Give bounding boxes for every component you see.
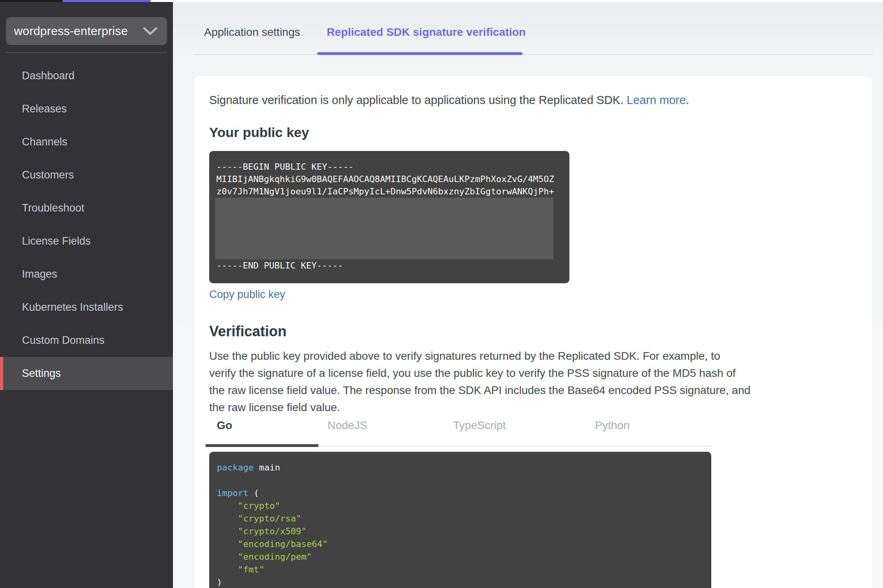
sidebar-item-license-fields[interactable]: License Fields [0, 225, 173, 258]
tab-replicated-sdk-signature-verification[interactable]: Replicated SDK signature verification [327, 26, 526, 39]
sidebar-item-settings[interactable]: Settings [0, 357, 173, 390]
tab-bar-border [194, 54, 873, 55]
settings-tab-bar: Application settings Replicated SDK sign… [173, 2, 883, 58]
sidebar: wordpress-enterprise Dashboard Releases … [0, 2, 173, 588]
public-key-end-line: -----END PUBLIC KEY----- [216, 259, 569, 272]
verification-paragraph-line: the raw license field value. The respons… [209, 382, 750, 399]
sidebar-divider [6, 52, 167, 53]
top-strip [0, 0, 883, 2]
public-key-line: MIIBIjANBgkqhkiG9w0BAQEFAAOCAQ8AMIIBCgKC… [216, 173, 569, 185]
code-tab-typescript[interactable]: TypeScript [453, 419, 506, 432]
code-text: main [254, 463, 280, 472]
code-keyword: package [217, 463, 254, 472]
copy-public-key-link[interactable]: Copy public key [209, 288, 285, 301]
intro-suffix: . [686, 94, 689, 106]
main-content: Application settings Replicated SDK sign… [173, 2, 883, 588]
sidebar-item-kubernetes-installers[interactable]: Kubernetes Installers [0, 291, 173, 324]
code-import-string: "encoding/pem" [217, 551, 711, 563]
code-import-string: "crypto/x509" [217, 525, 711, 538]
go-code-block: package main import ( "crypto" "crypto/r… [209, 452, 711, 588]
public-key-heading: Your public key [209, 125, 309, 140]
code-tab-go[interactable]: Go [217, 419, 232, 432]
public-key-redacted-area [215, 198, 553, 259]
application-select-value: wordpress-enterprise [14, 24, 128, 38]
sidebar-item-troubleshoot[interactable]: Troubleshoot [0, 192, 173, 225]
public-key-line: -----BEGIN PUBLIC KEY----- [216, 161, 569, 173]
code-text: ) [217, 576, 711, 588]
verification-paragraph-line: verify the signature of a license field,… [209, 365, 750, 382]
verification-paragraph: Use the public key provided above to ver… [209, 347, 750, 416]
sidebar-item-dashboard[interactable]: Dashboard [0, 59, 173, 92]
intro-text: Signature verification is only applicabl… [209, 94, 689, 107]
public-key-line: z0v7Jh7M1NgV1joeu9l1/IaCPsMpyIcL+Dnw5Pdv… [216, 185, 569, 198]
verification-paragraph-line: Use the public key provided above to ver… [209, 347, 750, 365]
active-tab-underline [317, 52, 522, 55]
code-import-string: "crypto/rsa" [217, 512, 711, 525]
verification-paragraph-line: the raw license field value. [209, 399, 750, 416]
sidebar-item-channels[interactable]: Channels [0, 125, 173, 159]
code-blank-line [217, 474, 711, 487]
chevron-down-icon [143, 27, 157, 35]
top-strip-white [151, 0, 883, 2]
signature-verification-card: Signature verification is only applicabl… [194, 76, 873, 588]
verification-heading: Verification [209, 323, 286, 340]
code-import-string: "fmt" [217, 563, 711, 576]
page: wordpress-enterprise Dashboard Releases … [0, 0, 883, 588]
intro-sentence: Signature verification is only applicabl… [209, 94, 624, 106]
tab-application-settings[interactable]: Application settings [204, 26, 300, 39]
code-import-string: "encoding/base64" [217, 538, 711, 551]
sidebar-nav: Dashboard Releases Channels Customers Tr… [0, 59, 173, 390]
sidebar-item-images[interactable]: Images [0, 258, 173, 291]
code-keyword: import [217, 488, 248, 498]
application-select-dropdown[interactable]: wordpress-enterprise [6, 17, 167, 45]
sidebar-item-releases[interactable]: Releases [0, 92, 173, 125]
top-strip-dark [0, 0, 63, 2]
code-text: ( [248, 488, 259, 498]
code-active-tab-underline [206, 444, 318, 447]
top-strip-progress [63, 0, 151, 2]
code-import-string: "crypto" [217, 500, 711, 512]
learn-more-link[interactable]: Learn more [627, 94, 686, 106]
code-tab-nodejs[interactable]: NodeJS [328, 419, 367, 432]
code-tab-python[interactable]: Python [595, 419, 630, 432]
sidebar-item-customers[interactable]: Customers [0, 159, 173, 192]
sidebar-item-custom-domains[interactable]: Custom Domains [0, 324, 173, 357]
public-key-block: -----BEGIN PUBLIC KEY----- MIIBIjANBgkqh… [209, 151, 569, 283]
